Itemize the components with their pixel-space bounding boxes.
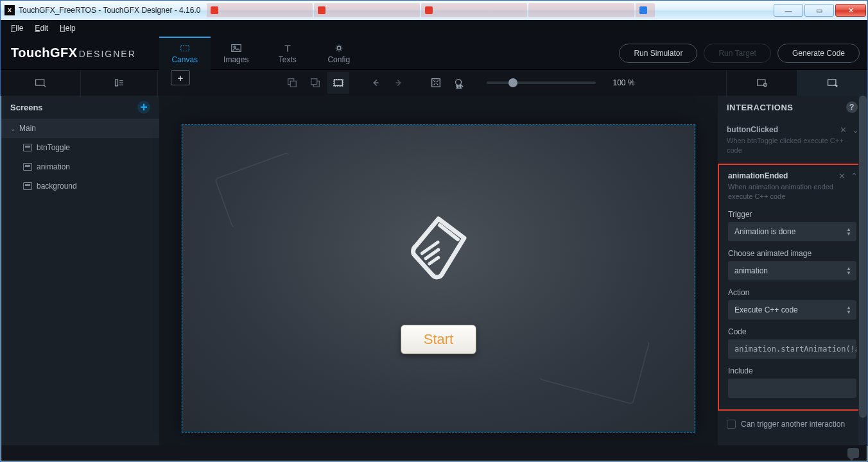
texts-icon [282, 43, 293, 53]
delete-interaction-icon[interactable]: ✕ [840, 125, 847, 135]
tab-texts-label: Texts [279, 55, 297, 64]
canvas-icon [179, 43, 191, 53]
animation-widget[interactable] [394, 203, 483, 293]
scrollbar-thumb[interactable] [859, 96, 867, 418]
fit-selection-icon[interactable] [327, 72, 349, 94]
header: TouchGFXDESIGNER Canvas Images Texts Con… [1, 37, 867, 70]
run-target-button: Run Target [704, 44, 770, 63]
properties-view-icon[interactable] [108, 72, 130, 94]
can-trigger-checkbox[interactable] [727, 420, 736, 429]
include-input[interactable] [728, 379, 856, 398]
menubar: File Edit Help [1, 20, 867, 37]
config-icon [333, 43, 345, 53]
add-widget-button[interactable]: + [171, 70, 190, 85]
code-input[interactable]: animation.startAnimation(!anim [728, 339, 856, 359]
toolbar: + 1:1 100 % [1, 70, 867, 96]
tree-item-label: animation [37, 162, 70, 171]
messages-icon[interactable] [847, 448, 859, 458]
images-icon [230, 43, 242, 53]
zoom-thumb[interactable] [508, 78, 517, 87]
trigger-select[interactable]: Animation is done ▲▼ [728, 222, 856, 241]
tree-item-background[interactable]: background [1, 176, 159, 196]
run-simulator-button[interactable]: Run Simulator [619, 44, 697, 63]
tab-config-label: Config [327, 55, 350, 64]
send-back-icon[interactable] [281, 72, 303, 94]
interaction-desc: When btnToggle clicked execute C++ code [727, 136, 858, 156]
interactions-toggle-icon[interactable] [822, 72, 844, 94]
widget-icon [23, 144, 32, 151]
svg-point-3 [337, 46, 340, 49]
svg-rect-7 [291, 81, 297, 87]
screens-view-icon[interactable] [30, 72, 51, 94]
choose-label: Choose animated image [728, 249, 856, 258]
delete-interaction-icon[interactable]: ✕ [838, 171, 846, 181]
logo: TouchGFXDESIGNER [11, 46, 136, 60]
bg-tab [528, 3, 634, 17]
sidebar-title: Screens [10, 103, 43, 112]
close-button[interactable]: ✕ [835, 4, 866, 17]
tree-item-btntoggle[interactable]: btnToggle [1, 138, 159, 157]
help-icon[interactable]: ? [846, 101, 858, 113]
tree-item-label: btnToggle [37, 143, 70, 152]
add-screen-button[interactable]: + [137, 101, 150, 114]
tab-texts[interactable]: Texts [262, 37, 313, 70]
bring-front-icon[interactable] [304, 72, 326, 94]
sidebar: Screens + ⌄ Main btnToggle animation bac… [1, 96, 159, 461]
tree-item-animation[interactable]: animation [1, 157, 159, 176]
bg-tab [314, 3, 420, 17]
bg-tab [421, 3, 527, 17]
svg-rect-9 [311, 79, 317, 85]
undo-icon[interactable] [365, 72, 386, 94]
svg-point-2 [234, 46, 236, 48]
interaction-title: animationEnded [728, 171, 856, 180]
redo-icon[interactable] [388, 72, 410, 94]
code-label: Code [728, 327, 856, 336]
fit-screen-icon[interactable] [425, 72, 447, 94]
animated-image-select[interactable]: animation ▲▼ [728, 261, 856, 280]
expand-icon[interactable]: ⌃ [851, 171, 858, 181]
svg-rect-12 [432, 79, 440, 87]
interaction-buttonclicked[interactable]: buttonClicked When btnToggle clicked exe… [718, 119, 867, 164]
choose-value: animation [734, 266, 768, 275]
interaction-title: buttonClicked [727, 125, 858, 134]
tree-screen-label: Main [19, 124, 36, 133]
tab-images[interactable]: Images [211, 37, 262, 70]
screen-settings-icon[interactable] [751, 72, 773, 94]
bg-tab [636, 3, 655, 17]
zoom-label: 100 % [612, 78, 634, 87]
vertical-scrollbar[interactable] [858, 96, 867, 446]
tab-canvas[interactable]: Canvas [159, 37, 211, 70]
svg-rect-10 [334, 80, 343, 86]
maximize-button[interactable]: ▭ [804, 4, 834, 17]
svg-rect-11 [334, 80, 343, 87]
svg-rect-4 [36, 80, 44, 85]
app-icon: X [4, 5, 15, 15]
zoom-slider[interactable] [487, 81, 596, 84]
zoom-100-icon[interactable]: 1:1 [448, 72, 470, 94]
menu-help[interactable]: Help [55, 22, 81, 35]
updown-icon: ▲▼ [846, 227, 851, 236]
tab-config[interactable]: Config [313, 37, 365, 70]
bg-tab [207, 3, 313, 17]
generate-code-button[interactable]: Generate Code [777, 44, 860, 63]
minimize-button[interactable]: — [774, 4, 803, 17]
action-select[interactable]: Execute C++ code ▲▼ [728, 300, 856, 320]
start-button[interactable]: Start [401, 325, 476, 354]
svg-text:1:1: 1:1 [456, 85, 462, 89]
menu-file[interactable]: File [6, 22, 28, 35]
canvas-area[interactable]: Start [159, 96, 718, 461]
trigger-label: Trigger [728, 210, 856, 219]
chevron-down-icon: ⌄ [10, 125, 15, 132]
tree-item-label: background [37, 182, 77, 191]
updown-icon: ▲▼ [846, 266, 851, 275]
canvas-frame[interactable]: Start [182, 124, 695, 432]
window-title: TouchGFX_FreeRTOS - TouchGFX Designer - … [19, 6, 200, 15]
tree-screen-main[interactable]: ⌄ Main [1, 119, 159, 138]
statusbar [1, 445, 867, 461]
menu-edit[interactable]: Edit [30, 22, 53, 35]
interaction-desc: When animation animation ended execute C… [728, 182, 856, 202]
tab-canvas-label: Canvas [171, 55, 198, 64]
panel-title: INTERACTIONS [727, 103, 794, 112]
interaction-animationended[interactable]: animationEnded When animation animation … [718, 164, 867, 411]
include-label: Include [728, 366, 856, 375]
